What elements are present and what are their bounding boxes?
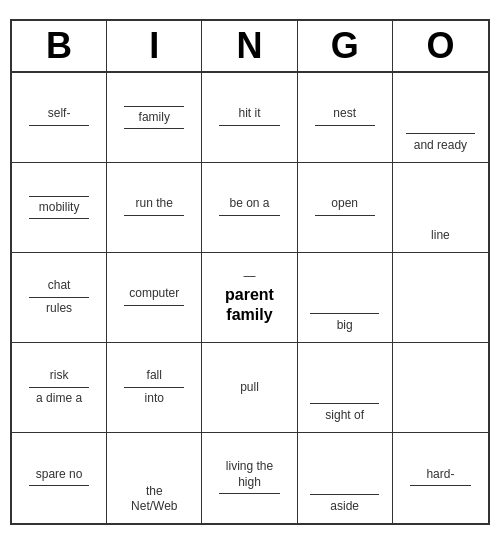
cell-g2: open	[298, 163, 393, 253]
cell-o1: and ready	[393, 73, 488, 163]
cell-i2: run the	[107, 163, 202, 253]
cell-n5: living thehigh	[202, 433, 297, 523]
cell-n4: pull	[202, 343, 297, 433]
cell-g5: aside	[298, 433, 393, 523]
cell-b2: mobility	[12, 163, 107, 253]
bingo-card: B I N G O self- family hit it nest	[10, 19, 490, 525]
cell-n1: hit it	[202, 73, 297, 163]
cell-g1: nest	[298, 73, 393, 163]
cell-g4: sight of	[298, 343, 393, 433]
header-o: O	[393, 21, 488, 71]
bingo-grid: self- family hit it nest and ready mobil	[12, 73, 488, 523]
cell-g3: big	[298, 253, 393, 343]
cell-o4	[393, 343, 488, 433]
cell-n2: be on a	[202, 163, 297, 253]
cell-i1: family	[107, 73, 202, 163]
cell-o3	[393, 253, 488, 343]
cell-b4: risk a dime a	[12, 343, 107, 433]
header-i: I	[107, 21, 202, 71]
cell-o5: hard-	[393, 433, 488, 523]
cell-n3: — parentfamily	[202, 253, 297, 343]
cell-i4: fall into	[107, 343, 202, 433]
cell-o2: line	[393, 163, 488, 253]
cell-b1: self-	[12, 73, 107, 163]
cell-i3: computer	[107, 253, 202, 343]
header-g: G	[298, 21, 393, 71]
cell-b3: chat rules	[12, 253, 107, 343]
bingo-header: B I N G O	[12, 21, 488, 73]
header-n: N	[202, 21, 297, 71]
header-b: B	[12, 21, 107, 71]
cell-i5: theNet/Web	[107, 433, 202, 523]
cell-b5: spare no	[12, 433, 107, 523]
